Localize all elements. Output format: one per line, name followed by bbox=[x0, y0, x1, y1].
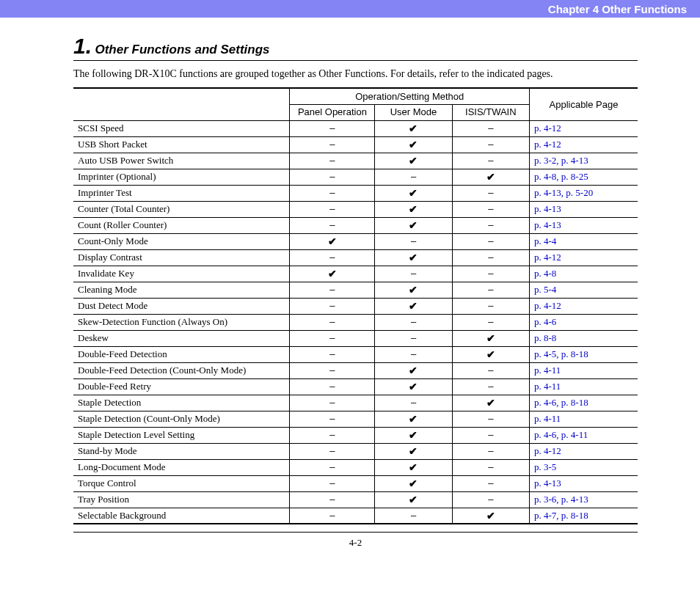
applicable-page-link[interactable]: p. 3-6, p. 4-13 bbox=[529, 491, 638, 508]
applicable-page-link[interactable]: p. 5-4 bbox=[529, 282, 638, 298]
cell-isis: – bbox=[452, 411, 529, 427]
applicable-page-link[interactable]: p. 8-8 bbox=[529, 330, 638, 346]
cell-panel: ✔ bbox=[290, 233, 375, 249]
applicable-page-link[interactable]: p. 4-13 bbox=[529, 475, 638, 491]
cell-isis: ✔ bbox=[452, 346, 529, 362]
applicable-page-link[interactable]: p. 4-8 bbox=[529, 266, 638, 282]
cell-panel: – bbox=[290, 346, 375, 362]
function-name: Staple Detection Level Setting bbox=[73, 427, 290, 443]
applicable-page-link[interactable]: p. 4-6, p. 4-11 bbox=[529, 427, 638, 443]
table-header-applicable: Applicable Page bbox=[529, 88, 638, 120]
applicable-page-link[interactable]: p. 4-13 bbox=[529, 201, 638, 217]
functions-table: Operation/Setting Method Applicable Page… bbox=[73, 87, 638, 524]
table-row: Double-Feed Retry–✔–p. 4-11 bbox=[73, 378, 638, 395]
applicable-page-link[interactable]: p. 4-4 bbox=[529, 233, 638, 249]
applicable-page-link[interactable]: p. 4-5, p. 8-18 bbox=[529, 346, 638, 362]
check-icon: ✔ bbox=[409, 429, 418, 441]
cell-isis: – bbox=[452, 120, 529, 136]
check-icon: ✔ bbox=[409, 365, 418, 376]
check-icon: ✔ bbox=[409, 381, 418, 392]
applicable-page-link[interactable]: p. 4-6 bbox=[529, 314, 638, 330]
check-icon: ✔ bbox=[409, 122, 418, 134]
cell-panel: – bbox=[290, 459, 375, 475]
applicable-page-link[interactable]: p. 4-7, p. 8-18 bbox=[529, 508, 638, 524]
cell-isis: – bbox=[452, 298, 529, 314]
table-row: Display Contrast–✔–p. 4-12 bbox=[73, 249, 638, 266]
cell-isis: – bbox=[452, 427, 529, 443]
applicable-page-link[interactable]: p. 4-11 bbox=[529, 411, 638, 427]
section-number: 1. bbox=[73, 34, 92, 58]
cell-user: ✔ bbox=[375, 282, 452, 298]
function-name: Staple Detection (Count-Only Mode) bbox=[73, 411, 290, 427]
cell-user: – bbox=[375, 266, 452, 282]
cell-isis: – bbox=[452, 443, 529, 459]
check-icon: ✔ bbox=[409, 219, 418, 231]
table-row: Staple Detection Level Setting–✔–p. 4-6,… bbox=[73, 427, 638, 443]
table-row: Invalidate Key✔––p. 4-8 bbox=[73, 266, 638, 282]
table-row: Imprinter (Optional)––✔p. 4-8, p. 8-25 bbox=[73, 169, 638, 185]
cell-user: – bbox=[375, 330, 452, 346]
cell-isis: ✔ bbox=[452, 169, 529, 185]
cell-isis: – bbox=[452, 201, 529, 217]
cell-user: ✔ bbox=[375, 378, 452, 395]
cell-panel: – bbox=[290, 443, 375, 459]
cell-panel: – bbox=[290, 395, 375, 411]
section-intro: The following DR-X10C functions are grou… bbox=[73, 68, 638, 80]
page-number: 4-2 bbox=[73, 537, 638, 549]
function-name: Imprinter (Optional) bbox=[73, 169, 290, 185]
check-icon: ✔ bbox=[409, 187, 418, 199]
applicable-page-link[interactable]: p. 4-12 bbox=[529, 298, 638, 314]
table-header-group: Operation/Setting Method bbox=[290, 88, 530, 104]
applicable-page-link[interactable]: p. 4-11 bbox=[529, 362, 638, 378]
cell-isis: – bbox=[452, 266, 529, 282]
applicable-page-link[interactable]: p. 4-12 bbox=[529, 249, 638, 266]
cell-user: ✔ bbox=[375, 217, 452, 233]
applicable-page-link[interactable]: p. 4-8, p. 8-25 bbox=[529, 169, 638, 185]
table-row: Count-Only Mode✔––p. 4-4 bbox=[73, 233, 638, 249]
cell-panel: ✔ bbox=[290, 266, 375, 282]
cell-isis: – bbox=[452, 459, 529, 475]
applicable-page-link[interactable]: p. 4-12 bbox=[529, 443, 638, 459]
function-name: Cleaning Mode bbox=[73, 282, 290, 298]
chapter-header: Chapter 4 Other Functions bbox=[0, 0, 700, 18]
cell-user: – bbox=[375, 233, 452, 249]
cell-user: ✔ bbox=[375, 120, 452, 136]
table-row: Torque Control–✔–p. 4-13 bbox=[73, 475, 638, 491]
applicable-page-link[interactable]: p. 4-13 bbox=[529, 217, 638, 233]
cell-panel: – bbox=[290, 491, 375, 508]
table-row: Cleaning Mode–✔–p. 5-4 bbox=[73, 282, 638, 298]
table-row: Count (Roller Counter)–✔–p. 4-13 bbox=[73, 217, 638, 233]
table-row: Selectable Background––✔p. 4-7, p. 8-18 bbox=[73, 508, 638, 524]
footer-rule bbox=[73, 532, 638, 533]
cell-panel: – bbox=[290, 282, 375, 298]
table-header-user: User Mode bbox=[375, 104, 452, 120]
check-icon: ✔ bbox=[486, 397, 495, 409]
table-row: Counter (Total Counter)–✔–p. 4-13 bbox=[73, 201, 638, 217]
applicable-page-link[interactable]: p. 4-12 bbox=[529, 120, 638, 136]
cell-user: ✔ bbox=[375, 491, 452, 508]
applicable-page-link[interactable]: p. 4-12 bbox=[529, 136, 638, 153]
applicable-page-link[interactable]: p. 4-6, p. 8-18 bbox=[529, 395, 638, 411]
cell-panel: – bbox=[290, 378, 375, 395]
applicable-page-link[interactable]: p. 4-11 bbox=[529, 378, 638, 395]
cell-panel: – bbox=[290, 508, 375, 524]
check-icon: ✔ bbox=[409, 461, 418, 473]
cell-user: ✔ bbox=[375, 362, 452, 378]
check-icon: ✔ bbox=[409, 252, 418, 263]
cell-panel: – bbox=[290, 475, 375, 491]
check-icon: ✔ bbox=[328, 235, 337, 247]
applicable-page-link[interactable]: p. 3-5 bbox=[529, 459, 638, 475]
applicable-page-link[interactable]: p. 3-2, p. 4-13 bbox=[529, 153, 638, 169]
cell-user: ✔ bbox=[375, 185, 452, 201]
table-row: Double-Feed Detection––✔p. 4-5, p. 8-18 bbox=[73, 346, 638, 362]
cell-panel: – bbox=[290, 201, 375, 217]
applicable-page-link[interactable]: p. 4-13, p. 5-20 bbox=[529, 185, 638, 201]
cell-panel: – bbox=[290, 169, 375, 185]
check-icon: ✔ bbox=[409, 155, 418, 167]
check-icon: ✔ bbox=[409, 478, 418, 489]
cell-user: ✔ bbox=[375, 298, 452, 314]
check-icon: ✔ bbox=[409, 139, 418, 150]
table-header-isis: ISIS/TWAIN bbox=[452, 104, 529, 120]
table-row: Auto USB Power Switch–✔–p. 3-2, p. 4-13 bbox=[73, 153, 638, 169]
function-name: Invalidate Key bbox=[73, 266, 290, 282]
